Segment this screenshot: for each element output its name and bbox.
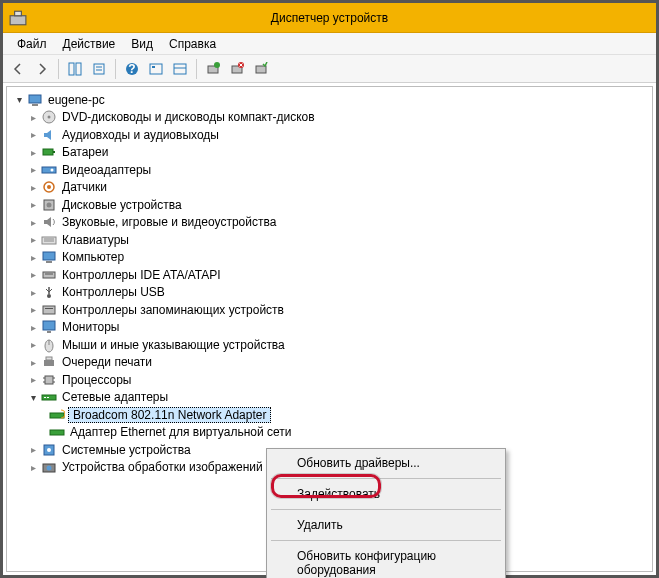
properties-button[interactable] [88, 58, 110, 80]
category-label: Клавиатуры [60, 233, 131, 247]
expander-icon[interactable] [27, 286, 39, 298]
expander-icon[interactable] [27, 356, 39, 368]
view-button[interactable] [169, 58, 191, 80]
expander-icon[interactable] [27, 339, 39, 351]
disk-icon [41, 197, 57, 213]
tree-category-network[interactable]: Сетевые адаптеры [9, 389, 650, 407]
expander-icon[interactable] [27, 111, 39, 123]
storage-icon [41, 302, 57, 318]
expander-icon[interactable] [27, 269, 39, 281]
ctx-separator [271, 540, 501, 541]
expander-icon[interactable] [27, 146, 39, 158]
svg-text:?: ? [128, 62, 135, 76]
svg-rect-50 [46, 357, 52, 360]
category-label: Контроллеры USB [60, 285, 167, 299]
expander-icon[interactable] [27, 234, 39, 246]
network-icon [41, 389, 57, 405]
tree-category[interactable]: Мыши и иные указывающие устройства [9, 336, 650, 354]
tree-category[interactable]: Звуковые, игровые и видеоустройства [9, 214, 650, 232]
toolbar: ? [3, 55, 656, 83]
dvd-icon [41, 109, 57, 125]
expander-icon[interactable] [27, 391, 39, 403]
title-bar: Диспетчер устройств [3, 3, 656, 33]
svg-rect-46 [47, 331, 51, 333]
category-label: Устройства обработки изображений [60, 460, 265, 474]
menu-help[interactable]: Справка [161, 34, 224, 54]
expander-icon[interactable] [27, 374, 39, 386]
svg-rect-43 [43, 306, 55, 314]
menu-action[interactable]: Действие [55, 34, 124, 54]
tree-device-ethernet[interactable]: Адаптер Ethernet для виртуальной сети [9, 424, 650, 442]
svg-rect-19 [256, 66, 266, 73]
category-label: DVD-дисководы и дисководы компакт-дисков [60, 110, 317, 124]
svg-rect-60 [50, 430, 64, 435]
svg-rect-59 [50, 413, 64, 418]
svg-rect-1 [15, 11, 22, 16]
tree-category[interactable]: Датчики [9, 179, 650, 197]
uninstall-button[interactable] [226, 58, 248, 80]
category-label: Мониторы [60, 320, 121, 334]
svg-point-23 [48, 116, 51, 119]
expander-icon[interactable] [27, 199, 39, 211]
video-icon [41, 162, 57, 178]
category-label: Датчики [60, 180, 109, 194]
menu-file[interactable]: Файл [9, 34, 55, 54]
tree-category[interactable]: Контроллеры IDE ATA/ATAPI [9, 266, 650, 284]
expander-icon[interactable] [27, 461, 39, 473]
tree-category[interactable]: Клавиатуры [9, 231, 650, 249]
tree-category[interactable]: Дисковые устройства [9, 196, 650, 214]
help-button[interactable]: ? [121, 58, 143, 80]
category-label: Батареи [60, 145, 110, 159]
category-label: Контроллеры IDE ATA/ATAPI [60, 268, 223, 282]
scan-hardware-button[interactable] [202, 58, 224, 80]
tree-root[interactable]: eugene-pc [9, 91, 650, 109]
tree-category[interactable]: Очереди печати [9, 354, 650, 372]
keyboard-icon [41, 232, 57, 248]
category-label: Видеоадаптеры [60, 163, 153, 177]
expander-icon[interactable] [27, 216, 39, 228]
ctx-refresh-config[interactable]: Обновить конфигурацию оборудования [269, 544, 503, 578]
device-label: Адаптер Ethernet для виртуальной сети [68, 425, 293, 439]
svg-rect-51 [45, 376, 53, 384]
tree-category[interactable]: Мониторы [9, 319, 650, 337]
back-button[interactable] [7, 58, 29, 80]
forward-button[interactable] [31, 58, 53, 80]
expander-icon[interactable] [27, 304, 39, 316]
monitor-icon [41, 319, 57, 335]
tree-category[interactable]: Аудиовходы и аудиовыходы [9, 126, 650, 144]
ctx-delete[interactable]: Удалить [269, 513, 503, 537]
tree-category[interactable]: Компьютер [9, 249, 650, 267]
expander-icon[interactable] [27, 129, 39, 141]
svg-rect-4 [94, 64, 104, 74]
expander-icon[interactable] [27, 164, 39, 176]
expander-icon[interactable] [27, 444, 39, 456]
show-hidden-button[interactable] [145, 58, 167, 80]
svg-rect-10 [152, 66, 155, 68]
svg-rect-45 [43, 321, 55, 330]
ctx-enable[interactable]: Задействовать [269, 482, 503, 506]
svg-point-39 [47, 294, 51, 298]
tree-category[interactable]: Процессоры [9, 371, 650, 389]
expander-icon[interactable] [27, 251, 39, 263]
show-hide-tree-button[interactable] [64, 58, 86, 80]
expander-icon[interactable] [13, 94, 25, 106]
tree-category[interactable]: Контроллеры USB [9, 284, 650, 302]
tree-device-broadcom[interactable]: Broadcom 802.11n Network Adapter [9, 406, 650, 424]
menu-view[interactable]: Вид [123, 34, 161, 54]
svg-point-29 [47, 185, 51, 189]
svg-rect-36 [46, 261, 52, 263]
tree-category[interactable]: DVD-дисководы и дисководы компакт-дисков [9, 109, 650, 127]
tree-category[interactable]: Видеоадаптеры [9, 161, 650, 179]
svg-rect-0 [10, 16, 26, 25]
ide-icon [41, 267, 57, 283]
ctx-update-drivers[interactable]: Обновить драйверы... [269, 451, 503, 475]
enable-button[interactable] [250, 58, 272, 80]
expander-icon[interactable] [27, 181, 39, 193]
category-label: Контроллеры запоминающих устройств [60, 303, 286, 317]
category-label: Дисковые устройства [60, 198, 184, 212]
expander-icon[interactable] [27, 321, 39, 333]
toolbar-sep [58, 59, 59, 79]
tree-category[interactable]: Контроллеры запоминающих устройств [9, 301, 650, 319]
category-label: Аудиовходы и аудиовыходы [60, 128, 221, 142]
tree-category[interactable]: Батареи [9, 144, 650, 162]
